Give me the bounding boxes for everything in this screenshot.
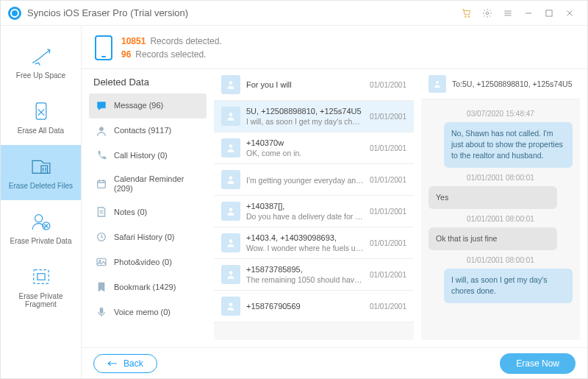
maximize-button[interactable] <box>539 3 559 24</box>
svg-point-1 <box>468 15 470 17</box>
category-item[interactable]: Safari History (0) <box>89 224 207 249</box>
category-icon <box>95 99 108 113</box>
svg-point-19 <box>229 176 233 180</box>
sidebar-item-erase-deleted[interactable]: Erase Deleted Files <box>1 145 81 200</box>
conversation-column: To:5U, +12508898810, +125s74U5 03/07/202… <box>421 69 580 340</box>
messages-column: For you I will01/01/20015U, +12508898810… <box>214 69 414 340</box>
category-label: Message (96) <box>114 101 163 110</box>
avatar-icon <box>429 75 446 93</box>
timestamp: 03/07/2020 15:48:47 <box>429 110 573 118</box>
message-row[interactable]: +140370wOK, come on in.01/01/2001 <box>214 132 414 164</box>
message-row[interactable]: 5U, +12508898810, +125s74U5I will, as so… <box>214 101 414 132</box>
sidebar-item-label: Erase Private Data <box>10 237 72 245</box>
category-item[interactable]: Contacts (9117) <box>89 118 207 144</box>
free-up-icon <box>29 45 54 67</box>
erase-all-icon <box>29 100 54 122</box>
category-item[interactable]: Bookmark (1429) <box>89 274 207 300</box>
gear-icon[interactable] <box>477 3 498 24</box>
erase-fragment-icon <box>29 266 54 288</box>
back-button[interactable]: Back <box>93 354 157 373</box>
message-bubble: I will, as soon I get my day's chores do… <box>444 269 573 302</box>
avatar-icon <box>221 170 240 189</box>
svg-rect-3 <box>546 10 552 15</box>
sidebar-item-free-up[interactable]: Free Up Space <box>1 35 81 90</box>
avatar-icon <box>221 265 240 284</box>
message-row[interactable]: For you I will01/01/2001 <box>214 69 414 101</box>
message-row[interactable]: +140387[],Do you have a delivery date fo… <box>214 196 414 227</box>
category-item[interactable]: Call History (0) <box>89 144 207 169</box>
category-label: Voice memo (0) <box>114 308 171 317</box>
category-item[interactable]: Calendar Reminder (209) <box>89 169 207 199</box>
close-button[interactable] <box>559 3 580 24</box>
sidebar-item-label: Free Up Space <box>16 71 65 79</box>
message-row[interactable]: +15873785895,The remaining 1050 should h… <box>214 259 414 291</box>
erase-now-button[interactable]: Erase Now <box>500 353 576 374</box>
category-label: Safari History (0) <box>114 233 175 242</box>
selected-count: 96 <box>121 49 131 60</box>
category-label: Calendar Reminder (209) <box>114 174 201 194</box>
category-icon <box>95 230 108 244</box>
message-preview: I'm getting younger everyday and memory … <box>246 176 364 185</box>
sidebar-item-erase-all[interactable]: Erase All Data <box>1 90 81 145</box>
message-preview: OK, come on in. <box>246 149 364 157</box>
timestamp: 01/01/2001 08:00:01 <box>429 215 573 223</box>
categories-column: Deleted Data Message (96)Contacts (9117)… <box>89 69 207 340</box>
message-bubble: Ok that is just fine <box>429 227 557 250</box>
svg-point-17 <box>229 113 233 116</box>
svg-point-24 <box>436 81 439 84</box>
timestamp: 01/01/2001 08:00:01 <box>429 174 573 182</box>
message-bubble: Yes <box>429 186 557 209</box>
app-title: Syncios iOS Eraser Pro (Trial version) <box>27 7 188 18</box>
message-date: 01/01/2001 <box>370 271 406 279</box>
avatar-icon <box>221 107 240 126</box>
svg-point-10 <box>99 127 103 131</box>
sidebar-item-label: Erase Private Fragment <box>4 292 78 308</box>
message-row[interactable]: I'm getting younger everyday and memory … <box>214 164 414 196</box>
category-label: Contacts (9117) <box>114 126 171 135</box>
message-title: +140387[], <box>246 202 364 210</box>
message-preview: Do you have a delivery date for the wash… <box>246 212 364 221</box>
message-bubble: No, Shawn has not called. I'm just about… <box>444 122 573 168</box>
sidebar-item-erase-private[interactable]: Erase Private Data <box>1 200 81 255</box>
svg-rect-5 <box>41 166 48 173</box>
category-item[interactable]: Photo&video (0) <box>89 249 207 274</box>
message-row[interactable]: +1587679056901/01/2001 <box>214 291 414 322</box>
svg-rect-11 <box>98 181 106 188</box>
avatar-icon <box>221 297 240 316</box>
svg-point-21 <box>229 239 233 243</box>
svg-point-6 <box>35 215 42 222</box>
svg-point-16 <box>229 81 233 85</box>
svg-point-0 <box>465 15 466 17</box>
message-row[interactable]: +1403.4, +14039098693,Wow. I wonder wher… <box>214 227 414 259</box>
cart-icon[interactable] <box>456 3 477 24</box>
svg-rect-8 <box>33 270 48 284</box>
category-label: Photo&video (0) <box>114 258 172 267</box>
menu-icon[interactable] <box>498 3 518 24</box>
message-preview: I will, as soon I get my day's chores do… <box>246 117 364 126</box>
category-item[interactable]: Notes (0) <box>89 199 207 224</box>
svg-point-18 <box>229 144 233 148</box>
app-logo-icon <box>8 7 21 20</box>
svg-point-22 <box>229 271 233 274</box>
message-title: +15873785895, <box>246 265 364 274</box>
message-date: 01/01/2001 <box>370 176 406 184</box>
sidebar-item-label: Erase Deleted Files <box>9 182 73 190</box>
message-date: 01/01/2001 <box>370 144 406 152</box>
selected-label: Records selected. <box>135 49 206 60</box>
avatar-icon <box>221 75 240 94</box>
category-item[interactable]: Message (96) <box>89 93 207 118</box>
erase-deleted-icon <box>29 155 54 177</box>
timestamp: 01/01/2001 08:00:01 <box>429 256 573 264</box>
phone-icon <box>95 35 112 60</box>
message-title: For you I will <box>246 80 364 89</box>
category-label: Bookmark (1429) <box>114 283 176 292</box>
category-item[interactable]: Voice memo (0) <box>89 300 207 325</box>
minimize-button[interactable] <box>518 3 539 24</box>
sidebar-item-label: Erase All Data <box>18 127 64 135</box>
svg-point-2 <box>486 12 489 15</box>
sidebar-item-erase-fragment[interactable]: Erase Private Fragment <box>1 255 81 319</box>
svg-rect-15 <box>100 308 103 314</box>
message-title: +15876790569 <box>246 302 364 311</box>
message-date: 01/01/2001 <box>370 208 406 216</box>
message-title: +1403.4, +14039098693, <box>246 233 364 242</box>
